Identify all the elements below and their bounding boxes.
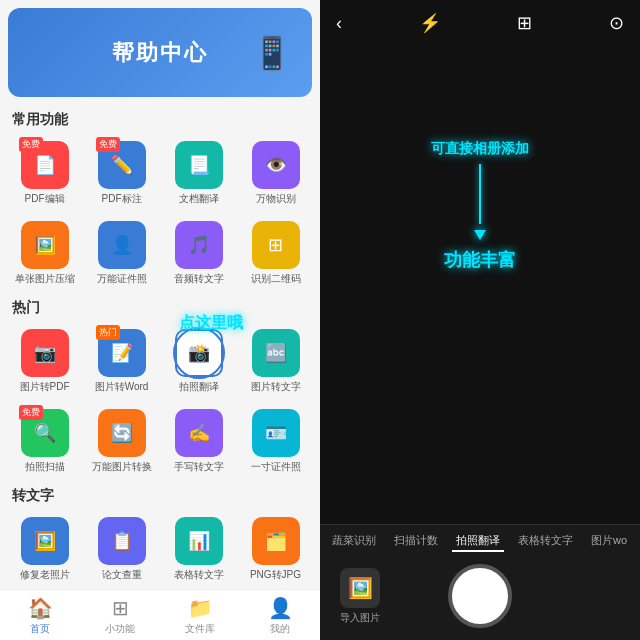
camera-bottom: 蔬菜识别 扫描计数 拍照翻译 表格转文字 图片wo 🖼️ 导入图片 xyxy=(320,524,640,640)
list-item[interactable]: 📋 论文查重 xyxy=(85,511,158,587)
flash-icon[interactable]: ⚡ xyxy=(419,12,441,34)
hot-badge: 热门 xyxy=(96,325,120,340)
banner-icon: 📱 xyxy=(252,34,292,72)
annotation-album: 可直接相册添加 xyxy=(431,140,529,158)
handwrite-icon: ✍️ xyxy=(175,409,223,457)
tab-table[interactable]: 表格转文字 xyxy=(514,531,577,552)
passport-icon: 🪪 xyxy=(252,409,300,457)
item-label: 识别二维码 xyxy=(251,273,301,285)
camera-header: ‹ ⚡ ⊞ ⊙ xyxy=(320,0,640,42)
recognize-icon: 👁️ xyxy=(252,141,300,189)
item-label: 图片转文字 xyxy=(251,381,301,393)
nav-home-label: 首页 xyxy=(30,622,50,636)
list-item[interactable]: 🖼️ 单张图片压缩 xyxy=(8,215,81,291)
arrow-head-icon xyxy=(474,230,486,240)
list-item[interactable]: 🖼️ 修复老照片 xyxy=(8,511,81,587)
list-item[interactable]: ✍️ 手写转文字 xyxy=(162,403,235,479)
table-text-icon: 📊 xyxy=(175,517,223,565)
nav-profile-label: 我的 xyxy=(270,622,290,636)
item-label: 一寸证件照 xyxy=(251,461,301,473)
arrow-line xyxy=(479,164,481,224)
import-icon: 🖼️ xyxy=(340,568,380,608)
grid-icon: ⊞ xyxy=(112,596,129,620)
qr-icon: ⊞ xyxy=(252,221,300,269)
item-label: 论文查重 xyxy=(102,569,142,581)
list-item[interactable]: 📃 文档翻译 xyxy=(162,135,235,211)
paper-check-icon: 📋 xyxy=(98,517,146,565)
free-badge: 免费 xyxy=(19,137,43,152)
nav-features-label: 小功能 xyxy=(105,622,135,636)
list-item[interactable]: 📝 热门 图片转Word xyxy=(85,323,158,399)
item-label: PNG转JPG xyxy=(250,569,301,581)
pdf-annotate-icon: ✏️ 免费 xyxy=(98,141,146,189)
free-badge: 免费 xyxy=(96,137,120,152)
annotations: 可直接相册添加 功能丰富 xyxy=(320,140,640,272)
left-panel: 帮助中心 📱 常用功能 📄 免费 PDF编辑 ✏️ 免费 PDF标注 📃 文档翻… xyxy=(0,0,320,640)
item-label: PDF编辑 xyxy=(25,193,65,205)
annotation-rich: 功能丰富 xyxy=(444,248,516,272)
text-grid: 🖼️ 修复老照片 📋 论文查重 📊 表格转文字 🗂️ PNG转JPG xyxy=(0,509,320,589)
list-item[interactable]: 📸 拍照翻译 点这里哦 xyxy=(162,323,235,399)
item-label: 拍照扫描 xyxy=(25,461,65,473)
section-title-hot: 热门 xyxy=(0,293,320,321)
home-icon: 🏠 xyxy=(28,596,53,620)
camera-tabs: 蔬菜识别 扫描计数 拍照翻译 表格转文字 图片wo xyxy=(320,525,640,556)
png-jpg-icon: 🗂️ xyxy=(252,517,300,565)
list-item[interactable]: 🔍 免费 拍照扫描 xyxy=(8,403,81,479)
id-photo-icon: 👤 xyxy=(98,221,146,269)
list-item[interactable]: ⊞ 识别二维码 xyxy=(239,215,312,291)
list-item[interactable]: 🔤 图片转文字 xyxy=(239,323,312,399)
shutter-button[interactable] xyxy=(448,564,512,628)
list-item[interactable]: 👁️ 万物识别 xyxy=(239,135,312,211)
nav-files[interactable]: 📁 文件库 xyxy=(160,596,240,636)
item-label: 手写转文字 xyxy=(174,461,224,473)
banner-title: 帮助中心 xyxy=(112,38,208,68)
folder-icon: 📁 xyxy=(188,596,213,620)
tab-image[interactable]: 图片wo xyxy=(587,531,631,552)
item-label: 万能图片转换 xyxy=(92,461,152,473)
tab-vegetable[interactable]: 蔬菜识别 xyxy=(328,531,380,552)
item-label: 万物识别 xyxy=(256,193,296,205)
list-item[interactable]: 📊 表格转文字 xyxy=(162,511,235,587)
list-item[interactable]: 🪪 一寸证件照 xyxy=(239,403,312,479)
scan-icon: 🔍 免费 xyxy=(21,409,69,457)
list-item[interactable]: 📄 免费 PDF编辑 xyxy=(8,135,81,211)
user-icon: 👤 xyxy=(268,596,293,620)
back-icon[interactable]: ‹ xyxy=(336,13,342,34)
bottom-nav: 🏠 首页 ⊞ 小功能 📁 文件库 👤 我的 xyxy=(0,589,320,640)
common-grid: 📄 免费 PDF编辑 ✏️ 免费 PDF标注 📃 文档翻译 👁️ 万物识别 xyxy=(0,133,320,293)
item-label: 修复老照片 xyxy=(20,569,70,581)
nav-home[interactable]: 🏠 首页 xyxy=(0,596,80,636)
nav-features[interactable]: ⊞ 小功能 xyxy=(80,596,160,636)
list-item[interactable]: ✏️ 免费 PDF标注 xyxy=(85,135,158,211)
list-item[interactable]: 🔄 万能图片转换 xyxy=(85,403,158,479)
item-label: PDF标注 xyxy=(102,193,142,205)
list-item[interactable]: 🗂️ PNG转JPG xyxy=(239,511,312,587)
tab-scan[interactable]: 扫描计数 xyxy=(390,531,442,552)
section-title-text: 转文字 xyxy=(0,481,320,509)
list-item[interactable]: 📷 图片转PDF xyxy=(8,323,81,399)
doc-translate-icon: 📃 xyxy=(175,141,223,189)
tab-photo-translate[interactable]: 拍照翻译 xyxy=(452,531,504,552)
item-label: 拍照翻译 xyxy=(179,381,219,393)
item-label: 图片转PDF xyxy=(20,381,70,393)
audio-text-icon: 🎵 xyxy=(175,221,223,269)
right-panel: ‹ ⚡ ⊞ ⊙ 可直接相册添加 功能丰富 蔬菜识别 扫描计数 拍照翻译 表格转文… xyxy=(320,0,640,640)
img-word-icon: 📝 热门 xyxy=(98,329,146,377)
item-label: 图片转Word xyxy=(95,381,149,393)
photo-translate-icon: 📸 xyxy=(175,329,223,377)
banner: 帮助中心 📱 xyxy=(8,8,312,97)
grid-view-icon[interactable]: ⊞ xyxy=(517,12,532,34)
hot-grid: 📷 图片转PDF 📝 热门 图片转Word 📸 拍照翻译 点这里哦 🔤 图片转文… xyxy=(0,321,320,481)
camera-switch-icon[interactable]: ⊙ xyxy=(609,12,624,34)
item-label: 单张图片压缩 xyxy=(15,273,75,285)
restore-icon: 🖼️ xyxy=(21,517,69,565)
list-item[interactable]: 🎵 音频转文字 xyxy=(162,215,235,291)
img-convert-icon: 🔄 xyxy=(98,409,146,457)
list-item[interactable]: 👤 万能证件照 xyxy=(85,215,158,291)
import-button[interactable]: 🖼️ 导入图片 xyxy=(340,568,380,625)
item-label: 文档翻译 xyxy=(179,193,219,205)
item-label: 表格转文字 xyxy=(174,569,224,581)
nav-profile[interactable]: 👤 我的 xyxy=(240,596,320,636)
section-title-common: 常用功能 xyxy=(0,105,320,133)
